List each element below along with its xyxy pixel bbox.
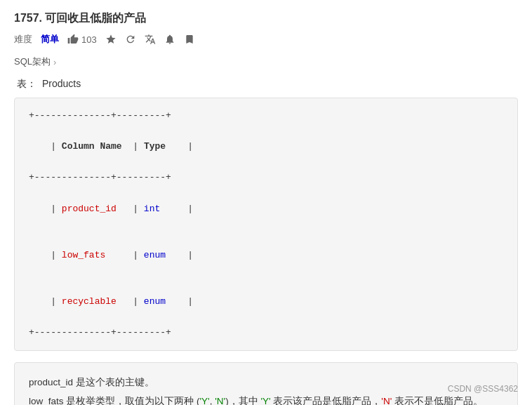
star-icon	[105, 34, 117, 45]
thumb-up-icon	[67, 34, 79, 45]
desc-line1: product_id 是这个表的主键。	[29, 373, 503, 392]
schema-border-mid: +--------------+---------+	[29, 170, 503, 185]
star-button[interactable]	[105, 34, 117, 45]
bookmark-button[interactable]	[184, 34, 195, 45]
schema-border-top: +--------------+---------+	[29, 108, 503, 124]
meta-row: 难度 简单 103	[14, 33, 518, 46]
refresh-icon	[125, 34, 136, 45]
schema-box: +--------------+---------+ | Column Name…	[14, 98, 518, 351]
bell-button[interactable]	[164, 34, 175, 45]
difficulty-label: 难度	[14, 33, 32, 46]
translate-icon	[145, 34, 156, 45]
schema-header: | Column Name | Type |	[29, 124, 503, 170]
table-name: Products	[42, 78, 81, 89]
breadcrumb-link[interactable]: SQL架构	[14, 55, 51, 68]
like-button[interactable]: 103	[67, 34, 97, 45]
table-label: 表： Products	[14, 78, 518, 91]
difficulty-value: 简单	[41, 33, 59, 46]
bookmark-icon	[184, 34, 195, 45]
table-label-text: 表：	[17, 78, 36, 89]
schema-row1: | product_id | int |	[29, 185, 503, 232]
breadcrumb-sep: ›	[53, 57, 56, 67]
refresh-button[interactable]	[125, 34, 136, 45]
breadcrumb: SQL架构 ›	[14, 55, 518, 68]
schema-row2: | low_fats | enum |	[29, 232, 503, 279]
bell-icon	[164, 34, 175, 45]
like-count: 103	[81, 34, 97, 45]
footer-brand: CSDN @SSS4362	[448, 384, 518, 394]
desc-line2: low_fats 是枚举类型，取值为以下两种 ('Y', 'N')，其中 'Y'…	[29, 392, 503, 405]
translate-button[interactable]	[145, 34, 156, 45]
page-title: 1757. 可回收且低脂的产品	[14, 11, 518, 26]
schema-row3: | recyclable | enum |	[29, 279, 503, 325]
description-box: product_id 是这个表的主键。 low_fats 是枚举类型，取值为以下…	[14, 362, 518, 405]
schema-border-bot: +--------------+---------+	[29, 325, 503, 340]
